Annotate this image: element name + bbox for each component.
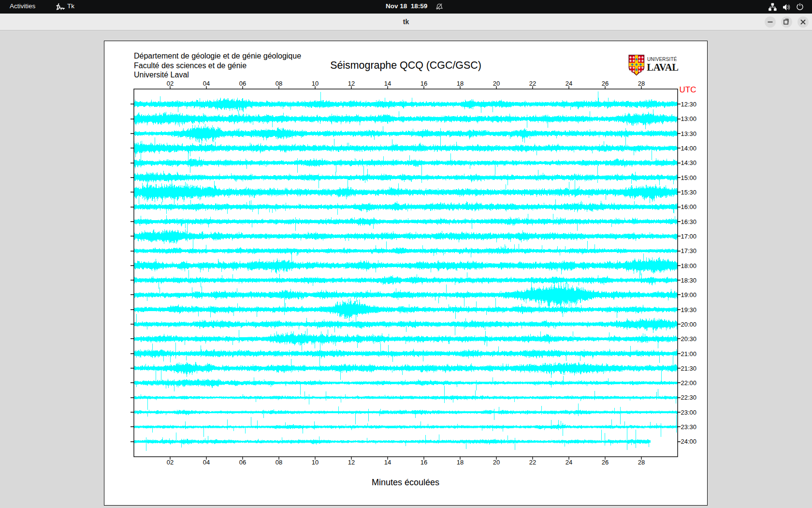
svg-text:10: 10: [312, 459, 319, 466]
svg-text:Faculté des sciences et de gén: Faculté des sciences et de génie: [134, 61, 246, 70]
svg-text:12: 12: [348, 459, 355, 466]
svg-text:23:00: 23:00: [681, 409, 697, 416]
svg-text:10: 10: [312, 80, 319, 87]
svg-text:19:00: 19:00: [681, 291, 697, 299]
svg-text:18: 18: [457, 80, 464, 87]
svg-text:22:30: 22:30: [681, 394, 697, 401]
svg-text:22: 22: [529, 459, 536, 466]
svg-text:26: 26: [602, 459, 609, 466]
svg-text:16:30: 16:30: [681, 218, 697, 225]
svg-text:28: 28: [638, 459, 645, 466]
svg-text:28: 28: [638, 80, 645, 87]
svg-text:17:30: 17:30: [681, 247, 697, 254]
svg-text:08: 08: [276, 459, 282, 466]
svg-text:12: 12: [348, 80, 355, 87]
svg-text:Université Laval: Université Laval: [134, 71, 189, 79]
svg-text:06: 06: [239, 80, 246, 87]
svg-text:14: 14: [384, 80, 391, 87]
svg-text:06: 06: [239, 459, 246, 466]
svg-text:Séismographe QCQ (CGC/GSC): Séismographe QCQ (CGC/GSC): [330, 60, 481, 71]
svg-text:26: 26: [602, 80, 609, 87]
svg-text:24: 24: [566, 459, 572, 466]
svg-text:24:00: 24:00: [681, 438, 697, 445]
svg-text:14: 14: [384, 459, 391, 466]
svg-text:20: 20: [493, 459, 500, 466]
svg-text:13:00: 13:00: [681, 115, 697, 122]
svg-text:21:30: 21:30: [681, 365, 697, 372]
svg-text:18:00: 18:00: [681, 262, 697, 269]
svg-text:UTC: UTC: [680, 85, 696, 94]
svg-text:04: 04: [203, 459, 210, 466]
svg-text:12:30: 12:30: [681, 101, 697, 108]
svg-text:Minutes écoulées: Minutes écoulées: [372, 478, 439, 487]
svg-text:24: 24: [566, 80, 572, 87]
svg-text:20: 20: [493, 80, 500, 87]
svg-text:16: 16: [420, 80, 427, 87]
svg-text:UNIVERSITÉ: UNIVERSITÉ: [647, 56, 677, 62]
svg-text:15:00: 15:00: [681, 174, 697, 181]
svg-text:Département de géologie et de: Département de géologie et de génie géol…: [134, 52, 301, 60]
svg-text:04: 04: [203, 80, 210, 87]
svg-text:22: 22: [529, 80, 536, 87]
svg-text:21:00: 21:00: [681, 350, 697, 358]
svg-text:22:00: 22:00: [681, 379, 697, 387]
svg-text:08: 08: [276, 80, 282, 87]
svg-text:19:30: 19:30: [681, 306, 697, 314]
svg-text:14:00: 14:00: [681, 145, 697, 152]
svg-text:LAVAL: LAVAL: [647, 62, 678, 73]
svg-text:15:30: 15:30: [681, 189, 697, 196]
svg-text:23:30: 23:30: [681, 423, 697, 431]
svg-text:17:00: 17:00: [681, 233, 697, 240]
svg-text:18: 18: [457, 459, 464, 466]
svg-text:18:30: 18:30: [681, 277, 697, 284]
svg-text:16: 16: [420, 459, 427, 466]
svg-text:02: 02: [167, 80, 174, 87]
svg-text:14:30: 14:30: [681, 159, 697, 166]
svg-text:16:00: 16:00: [681, 203, 697, 210]
svg-text:13:30: 13:30: [681, 130, 697, 137]
svg-text:20:00: 20:00: [681, 321, 697, 328]
svg-text:02: 02: [167, 459, 174, 466]
svg-text:20:30: 20:30: [681, 335, 697, 343]
